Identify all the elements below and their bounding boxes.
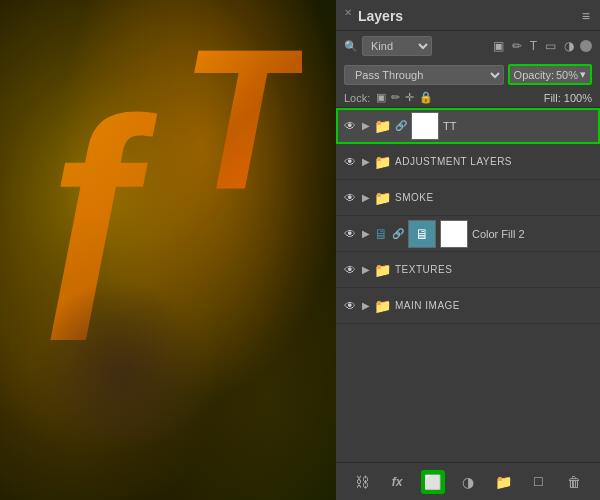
- visibility-icon-textures[interactable]: 👁: [342, 262, 358, 278]
- text-filter-icon[interactable]: T: [528, 38, 539, 54]
- panel-title: Layers: [358, 8, 403, 24]
- group-icon[interactable]: 📁: [491, 470, 515, 494]
- link-icon-color-fill-2: 🔗: [392, 228, 404, 239]
- folder-icon-main-image: 📁: [374, 298, 391, 314]
- layer-name-smoke: SMOKE: [395, 192, 594, 203]
- visibility-icon-smoke[interactable]: 👁: [342, 190, 358, 206]
- folder-icon-smoke: 📁: [374, 190, 391, 206]
- layer-row-main-image[interactable]: 👁▶📁MAIN IMAGE: [336, 288, 600, 324]
- panel-footer: ⛓ fx ⬜ ◑ 📁 ☐ 🗑: [336, 462, 600, 500]
- lock-position-icon[interactable]: ✛: [405, 91, 414, 104]
- toggle-filter-icon[interactable]: [580, 40, 592, 52]
- folder-icon-tt-group: 📁: [374, 118, 391, 134]
- expand-icon-textures[interactable]: ▶: [362, 264, 370, 275]
- opacity-control[interactable]: Opacity: 50% ▾: [508, 64, 592, 85]
- bg-hand: [30, 280, 210, 440]
- shape-filter-icon[interactable]: ▭: [543, 38, 558, 54]
- fill-value: 100%: [564, 92, 592, 104]
- folder-icon-color-fill-2: 🖥: [374, 226, 388, 242]
- lock-artboard-icon[interactable]: 🔒: [419, 91, 433, 104]
- fill-control[interactable]: Fill: 100%: [544, 92, 592, 104]
- layer-name-adjustment-layers: ADJUSTMENT LAYERS: [395, 156, 594, 167]
- delete-icon[interactable]: 🗑: [562, 470, 586, 494]
- panel-header: Layers ≡: [336, 0, 600, 31]
- expand-icon-color-fill-2[interactable]: ▶: [362, 228, 370, 239]
- canvas-background: ƒ T: [0, 0, 336, 500]
- blend-mode-select[interactable]: Pass Through Normal Multiply Screen Over…: [344, 65, 504, 85]
- lock-pixels-icon[interactable]: ▣: [376, 91, 386, 104]
- search-icon: 🔍: [344, 40, 358, 53]
- layer-row-smoke[interactable]: 👁▶📁SMOKE: [336, 180, 600, 216]
- folder-icon-adjustment-layers: 📁: [374, 154, 391, 170]
- layer-row-color-fill-2[interactable]: 👁▶🖥🔗🖥Color Fill 2: [336, 216, 600, 252]
- expand-icon-smoke[interactable]: ▶: [362, 192, 370, 203]
- fill-label: Fill:: [544, 92, 564, 104]
- expand-icon-adjustment-layers[interactable]: ▶: [362, 156, 370, 167]
- layer-name-tt-group: TT: [443, 120, 594, 132]
- layers-panel: ✕ Layers ≡ 🔍 Kind Name Effect ▣ ✏ T ▭ ◑ …: [336, 0, 600, 500]
- link-icon-tt-group: 🔗: [395, 120, 407, 131]
- expand-icon-tt-group[interactable]: ▶: [362, 120, 370, 131]
- brush-filter-icon[interactable]: ✏: [510, 38, 524, 54]
- visibility-icon-adjustment-layers[interactable]: 👁: [342, 154, 358, 170]
- visibility-icon-main-image[interactable]: 👁: [342, 298, 358, 314]
- opacity-label: Opacity:: [514, 69, 554, 81]
- layer-row-tt-group[interactable]: 👁▶📁🔗TT: [336, 108, 600, 144]
- filter-row: 🔍 Kind Name Effect ▣ ✏ T ▭ ◑: [336, 31, 600, 61]
- pixel-filter-icon[interactable]: ▣: [491, 38, 506, 54]
- folder-icon-textures: 📁: [374, 262, 391, 278]
- lock-label: Lock:: [344, 92, 370, 104]
- kind-select[interactable]: Kind Name Effect: [362, 36, 432, 56]
- panel-close-button[interactable]: ✕: [342, 6, 354, 18]
- visibility-icon-tt-group[interactable]: 👁: [342, 118, 358, 134]
- thumbnail-white-color-fill-2: [440, 220, 468, 248]
- layer-name-main-image: MAIN IMAGE: [395, 300, 594, 311]
- panel-menu-icon[interactable]: ≡: [582, 8, 590, 24]
- lock-row: Lock: ▣ ✏ ✛ 🔒 Fill: 100%: [336, 88, 600, 108]
- new-layer-icon[interactable]: ⬜: [421, 470, 445, 494]
- blend-opacity-row: Pass Through Normal Multiply Screen Over…: [336, 61, 600, 88]
- adjust-filter-icon[interactable]: ◑: [562, 38, 576, 54]
- visibility-icon-color-fill-2[interactable]: 👁: [342, 226, 358, 242]
- adjustment-icon[interactable]: ◑: [456, 470, 480, 494]
- lock-icons: ▣ ✏ ✛ 🔒: [376, 91, 433, 104]
- layer-name-textures: TEXTURES: [395, 264, 594, 275]
- fx-icon[interactable]: fx: [385, 470, 409, 494]
- filter-icons: ▣ ✏ T ▭ ◑: [491, 38, 592, 54]
- layers-list: 👁▶📁🔗TT👁▶📁ADJUSTMENT LAYERS👁▶📁SMOKE👁▶🖥🔗🖥C…: [336, 108, 600, 462]
- lock-image-icon[interactable]: ✏: [391, 91, 400, 104]
- opacity-chevron: ▾: [580, 68, 586, 81]
- layer-name-color-fill-2: Color Fill 2: [472, 228, 594, 240]
- thumbnail-tt-group: [411, 112, 439, 140]
- layer-row-textures[interactable]: 👁▶📁TEXTURES: [336, 252, 600, 288]
- layer-row-adjustment-layers[interactable]: 👁▶📁ADJUSTMENT LAYERS: [336, 144, 600, 180]
- expand-icon-main-image[interactable]: ▶: [362, 300, 370, 311]
- link-icon[interactable]: ⛓: [350, 470, 374, 494]
- mask-icon[interactable]: ☐: [527, 470, 551, 494]
- opacity-value: 50%: [556, 69, 578, 81]
- thumbnail-color-fill-2: 🖥: [408, 220, 436, 248]
